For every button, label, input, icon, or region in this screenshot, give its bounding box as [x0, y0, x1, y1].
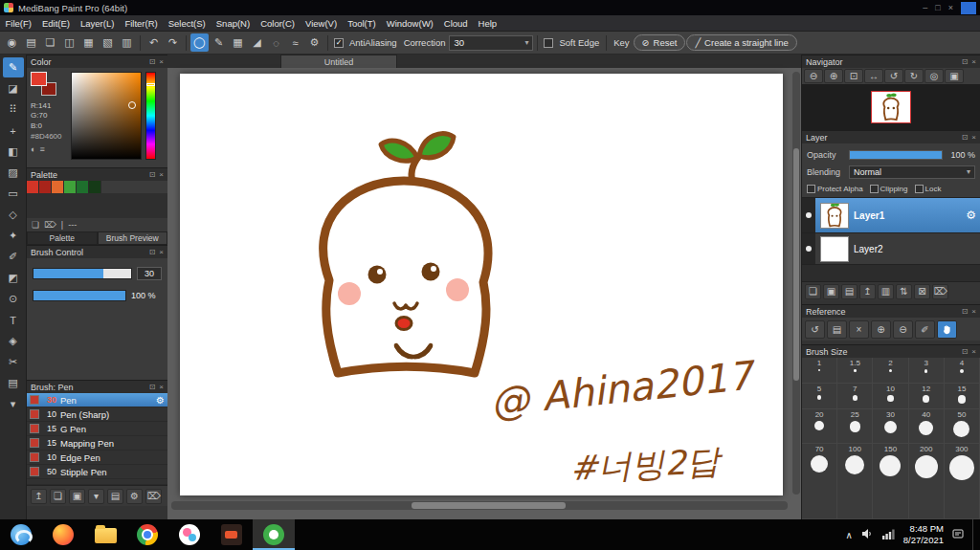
hue-cursor[interactable]: [146, 83, 155, 86]
straight-line-button[interactable]: ╱ Create a straight line: [686, 34, 796, 51]
menu-filter[interactable]: Filter(R): [120, 15, 163, 32]
move-tool[interactable]: +: [3, 121, 24, 141]
brush-opacity-slider[interactable]: [33, 290, 126, 301]
brush-size-value[interactable]: 30: [137, 267, 162, 280]
menu-select[interactable]: Select(S): [163, 15, 211, 32]
scroll-more-icon[interactable]: ▾: [3, 394, 24, 414]
layout-1-icon[interactable]: ▦: [79, 33, 98, 52]
popout-icon[interactable]: ⊡: [962, 57, 969, 66]
brush-menu-icon[interactable]: ▾: [88, 489, 104, 504]
brush-shape-circle-icon[interactable]: ◯: [190, 33, 209, 52]
vertical-scrollbar[interactable]: [792, 72, 800, 495]
brush-item-pen[interactable]: 30 Pen ⚙: [27, 393, 167, 407]
brush-size-option[interactable]: 100: [837, 444, 873, 519]
brush-size-option[interactable]: 15: [945, 384, 980, 409]
brush-size-option[interactable]: 2: [873, 358, 908, 384]
show-desktop-button[interactable]: [972, 519, 977, 550]
tab-palette[interactable]: Palette: [27, 231, 98, 245]
clear-layer-icon[interactable]: ⊠: [914, 284, 930, 299]
brush-size-option[interactable]: 1.5: [837, 358, 873, 384]
eraser-tool[interactable]: ◪: [3, 78, 24, 99]
palette-name[interactable]: ---: [68, 220, 77, 230]
operation-tool[interactable]: ⊙: [3, 289, 24, 309]
thumbnail-mode-icon[interactable]: ▣: [945, 69, 964, 83]
reset-rotation-icon[interactable]: ◎: [924, 69, 944, 83]
rotate-left-icon[interactable]: ↺: [884, 69, 903, 83]
palette-swatch[interactable]: [77, 181, 89, 193]
brush-item-stipple-pen[interactable]: 50 Stipple Pen: [27, 465, 167, 479]
select-pen-tool[interactable]: ✐: [3, 247, 24, 267]
ref-zoom-in-icon[interactable]: ⊕: [871, 320, 891, 339]
perspective-snap-icon[interactable]: ◢: [248, 33, 266, 52]
circle-snap-icon[interactable]: ◌: [267, 33, 285, 52]
menu-color[interactable]: Color(C): [256, 15, 301, 32]
taskbar-firefox-icon[interactable]: [42, 519, 84, 550]
gradient-tool[interactable]: ▨: [3, 163, 24, 183]
share-icon[interactable]: ◫: [60, 33, 78, 52]
menu-cloud[interactable]: Cloud: [438, 15, 473, 32]
curve-snap-icon[interactable]: ≈: [286, 33, 304, 52]
taskbar-clock[interactable]: 8:48 PM 8/27/2021: [903, 523, 944, 546]
rotate-right-icon[interactable]: ↻: [904, 69, 924, 83]
popout-icon[interactable]: ⊡: [962, 133, 969, 142]
brush-size-option[interactable]: 1: [802, 358, 837, 384]
layer-row-layer1[interactable]: Layer1 ⚙: [802, 198, 980, 233]
brush-size-option[interactable]: 150: [873, 444, 908, 519]
popout-icon[interactable]: ⊡: [962, 307, 969, 316]
brush-size-option[interactable]: 5: [802, 384, 837, 409]
close-icon[interactable]: ×: [971, 57, 976, 66]
lock-checkbox[interactable]: Lock: [915, 185, 942, 193]
layer-visibility-toggle[interactable]: [802, 233, 815, 264]
brush-size-option[interactable]: 300: [945, 444, 980, 519]
redo-button[interactable]: ↷: [164, 33, 182, 52]
correction-dropdown[interactable]: 30 ▾: [449, 35, 533, 51]
add-layer-icon[interactable]: ❏: [805, 284, 821, 299]
menu-view[interactable]: View(V): [301, 15, 343, 32]
reset-button[interactable]: ⊘ Reset: [634, 34, 686, 51]
color-swatches[interactable]: [31, 72, 57, 96]
brush-size-option[interactable]: 30: [873, 409, 908, 444]
transfer-layer-icon[interactable]: ↥: [859, 284, 876, 299]
brush-tool[interactable]: ✎: [3, 57, 24, 77]
close-icon[interactable]: ×: [159, 383, 164, 391]
upload-brush-icon[interactable]: ↥: [31, 489, 47, 504]
popout-icon[interactable]: ⊡: [149, 170, 156, 179]
soft-edge-checkbox[interactable]: [544, 38, 553, 48]
merge-layer-icon[interactable]: ▥: [878, 284, 894, 299]
delete-layer-icon[interactable]: ⌦: [932, 284, 948, 299]
snap-settings-icon[interactable]: ⚙: [305, 33, 323, 52]
zoom-100-icon[interactable]: ⊡: [844, 69, 863, 83]
action-center-icon[interactable]: [952, 528, 964, 541]
menu-help[interactable]: Help: [473, 15, 502, 32]
brush-size-option[interactable]: 20: [802, 409, 837, 444]
brush-item-pen-sharp[interactable]: 10 Pen (Sharp): [27, 407, 167, 422]
color-sync-icon[interactable]: ◉: [3, 33, 21, 52]
vertical-scrollbar-thumb[interactable]: [793, 148, 799, 381]
navigator-preview-area[interactable]: [802, 84, 980, 130]
sv-cursor[interactable]: [128, 101, 136, 109]
brush-settings-gear-icon[interactable]: ⚙: [156, 395, 165, 406]
popout-icon[interactable]: ⊡: [149, 248, 156, 256]
zoom-in-icon[interactable]: ⊕: [824, 69, 843, 83]
blending-dropdown[interactable]: Normal ▾: [849, 165, 975, 179]
grid-snap-icon[interactable]: ▦: [229, 33, 247, 52]
new-brush-icon[interactable]: ❏: [50, 489, 66, 504]
close-icon[interactable]: ×: [971, 307, 976, 316]
layer-settings-gear-icon[interactable]: ⚙: [966, 209, 976, 222]
menu-snap[interactable]: Snap(N): [211, 15, 255, 32]
delete-brush-icon[interactable]: ⌦: [145, 489, 162, 504]
divide-tool[interactable]: ▤: [3, 373, 24, 393]
menu-window[interactable]: Window(W): [381, 15, 438, 32]
brush-size-option[interactable]: 25: [837, 409, 873, 444]
delete-swatch-icon[interactable]: ⌦: [44, 220, 56, 230]
menu-edit[interactable]: Edit(E): [36, 15, 75, 32]
add-folder-icon[interactable]: ▣: [823, 284, 839, 299]
brush-size-option[interactable]: 12: [909, 384, 945, 409]
network-icon[interactable]: [882, 529, 895, 541]
brush-item-edge-pen[interactable]: 10 Edge Pen: [27, 451, 167, 465]
palette-swatch[interactable]: [64, 181, 77, 193]
scissors-tool[interactable]: ✂: [3, 352, 24, 372]
layout-3-icon[interactable]: ▥: [118, 33, 136, 52]
brush-size-option[interactable]: 10: [873, 384, 908, 409]
taskbar-paint-tool-icon[interactable]: [211, 519, 253, 550]
